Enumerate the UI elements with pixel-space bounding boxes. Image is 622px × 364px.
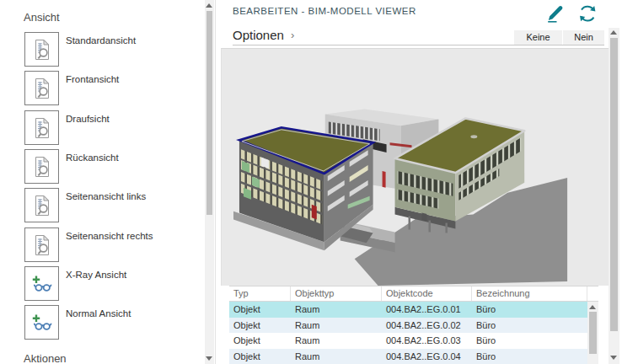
sidebar-heading-aktionen: Aktionen: [24, 352, 67, 364]
table-scrollbar[interactable]: [587, 302, 598, 364]
red-door: [312, 205, 317, 220]
cell-objekttyp: Raum: [291, 318, 382, 334]
cell-typ: Objekt: [229, 349, 291, 364]
cell-objektcode: 004.BA2..EG.0.01: [382, 302, 472, 318]
red-accent: [383, 171, 386, 188]
scroll-up-icon[interactable]: [610, 30, 617, 35]
sidebar-item-label: X-Ray Ansicht: [66, 270, 126, 280]
chevron-right-icon: ›: [291, 29, 294, 41]
document-search-icon[interactable]: [24, 32, 59, 67]
document-search-icon[interactable]: [24, 188, 59, 222]
document-search-icon[interactable]: [24, 110, 59, 145]
document-search-icon[interactable]: [24, 149, 59, 184]
cell-bezeichnung: Büro: [472, 333, 587, 349]
cell-bezeichnung: Büro: [472, 318, 587, 334]
pencil-icon[interactable]: [544, 3, 568, 24]
table-header-row: Typ Objekttyp Objektcode Bezeichnung: [229, 286, 598, 302]
sidebar-item-seitenansicht-rechts[interactable]: Seitenansicht rechts: [0, 228, 202, 265]
sidebar-heading-ansicht: Ansicht: [24, 11, 60, 24]
sidebar-item-label: Rückansicht: [66, 153, 119, 163]
cell-objektcode: 004.BA2..EG.0.03: [382, 333, 472, 349]
cell-typ: Objekt: [229, 333, 291, 349]
scroll-up-icon[interactable]: [589, 305, 596, 309]
sidebar: Ansicht Standardansicht Frontansicht Dra…: [0, 0, 216, 364]
scroll-down-icon[interactable]: [206, 356, 212, 361]
nein-button[interactable]: Nein: [563, 30, 604, 45]
column-header-objektcode[interactable]: Objektcode: [382, 286, 472, 301]
sidebar-item-label: Draufsicht: [66, 114, 110, 124]
sidebar-item-normal-ansicht[interactable]: Normal Ansicht: [0, 305, 202, 342]
sidebar-item-frontansicht[interactable]: Frontansicht: [0, 71, 202, 108]
cell-objekttyp: Raum: [291, 333, 382, 349]
sidebar-scrollbar[interactable]: [205, 0, 214, 364]
keine-button[interactable]: Keine: [514, 30, 562, 45]
table-row[interactable]: Objekt Raum 004.BA2..EG.0.03 Büro: [229, 333, 587, 349]
refresh-icon[interactable]: [576, 3, 600, 24]
cell-bezeichnung: Büro: [472, 349, 587, 364]
column-header-bezeichnung[interactable]: Bezeichnung: [472, 286, 587, 301]
cell-typ: Objekt: [229, 302, 291, 318]
roof-vent: [470, 135, 477, 138]
document-search-icon[interactable]: [24, 228, 59, 262]
model-3d-viewport[interactable]: [221, 48, 609, 286]
scroll-up-icon[interactable]: [206, 3, 212, 8]
table-row[interactable]: Objekt Raum 004.BA2..EG.0.02 Büro: [229, 318, 587, 334]
object-table: Typ Objekttyp Objektcode Bezeichnung Obj…: [229, 286, 598, 364]
cell-objektcode: 004.BA2..EG.0.04: [382, 349, 472, 364]
cell-typ: Objekt: [229, 318, 291, 334]
column-header-objekttyp[interactable]: Objekttyp: [291, 286, 382, 301]
bim-viewer-window: Ansicht Standardansicht Frontansicht Dra…: [0, 0, 622, 364]
sidebar-item-label: Seitenansicht rechts: [66, 231, 153, 241]
page-title: BEARBEITEN - BIM-MODELL VIEWER: [233, 6, 416, 16]
scroll-down-icon[interactable]: [610, 356, 617, 360]
table-row[interactable]: Objekt Raum 004.BA2..EG.0.04 Büro: [229, 349, 587, 364]
cell-bezeichnung: Büro: [472, 302, 587, 318]
sidebar-item-seitenansicht-links[interactable]: Seitenansicht links: [0, 188, 202, 225]
sidebar-item-label: Seitenansicht links: [66, 191, 146, 201]
options-section-label[interactable]: Optionen: [233, 28, 284, 42]
cell-objektcode: 004.BA2..EG.0.02: [382, 318, 472, 334]
toolbar-divider: [233, 45, 604, 46]
cell-objekttyp: Raum: [291, 349, 382, 364]
glasses-add-icon[interactable]: [24, 266, 59, 301]
sidebar-item-label: Standardansicht: [66, 35, 136, 46]
column-header-typ[interactable]: Typ: [229, 286, 291, 301]
bim-model-scene: [222, 49, 609, 286]
sidebar-scrollbar-thumb[interactable]: [206, 11, 212, 215]
table-row-selected[interactable]: Objekt Raum 004.BA2..EG.0.01 Büro: [229, 302, 587, 318]
sidebar-item-standardansicht[interactable]: Standardansicht: [0, 32, 202, 69]
sidebar-item-label: Normal Ansicht: [66, 308, 131, 318]
sidebar-item-xray-ansicht[interactable]: X-Ray Ansicht: [0, 266, 202, 303]
cell-objekttyp: Raum: [291, 302, 382, 318]
main-scrollbar-thumb[interactable]: [610, 38, 618, 331]
table-scrollbar-thumb[interactable]: [589, 312, 597, 354]
sidebar-item-rueckansicht[interactable]: Rückansicht: [0, 149, 202, 186]
glasses-add-icon[interactable]: [24, 305, 59, 340]
document-search-icon[interactable]: [24, 71, 59, 105]
sidebar-item-label: Frontansicht: [66, 74, 119, 84]
sidebar-item-draufsicht[interactable]: Draufsicht: [0, 110, 202, 147]
main-scrollbar[interactable]: [609, 28, 619, 364]
